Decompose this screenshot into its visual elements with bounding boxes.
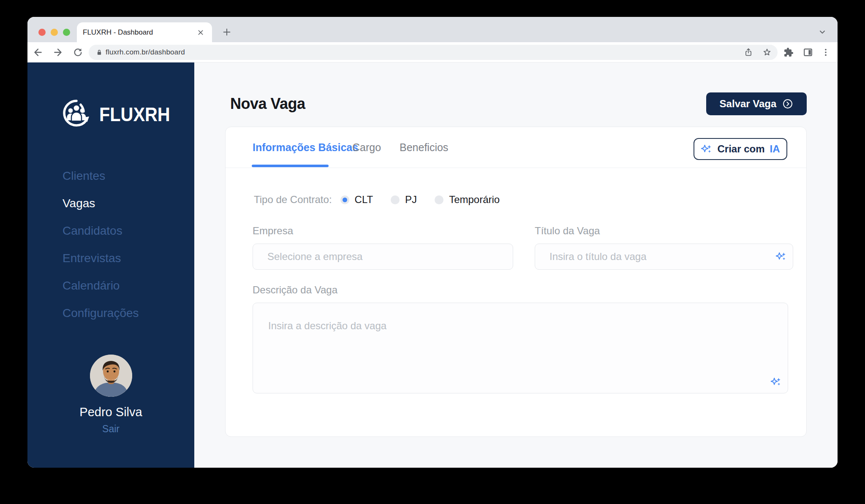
browser-tab[interactable]: FLUXRH - Dashboard bbox=[77, 22, 212, 42]
descricao-field-wrap bbox=[253, 303, 788, 393]
radio-clt-label: CLT bbox=[355, 194, 373, 206]
radio-temporario-label: Temporário bbox=[449, 194, 500, 206]
ai-button-text: Criar com bbox=[717, 143, 764, 155]
logo: FLUXRH bbox=[60, 97, 180, 131]
page-header: Nova Vaga Salvar Vaga bbox=[230, 92, 807, 115]
ai-button-highlight: IA bbox=[770, 143, 780, 155]
tab-title: FLUXRH - Dashboard bbox=[83, 28, 195, 37]
empresa-field-wrap bbox=[253, 244, 513, 270]
sidebar: FLUXRH Clientes Vagas Candidatos Entrevi… bbox=[27, 62, 194, 468]
titulo-sparkles-icon[interactable] bbox=[775, 251, 786, 262]
browser-window: FLUXRH - Dashboard bbox=[27, 17, 838, 468]
sidebar-item-entrevistas[interactable]: Entrevistas bbox=[63, 250, 139, 266]
tabstrip-chevron-down-icon[interactable] bbox=[816, 25, 829, 39]
sidebar-item-clientes[interactable]: Clientes bbox=[63, 168, 139, 184]
minimize-window-button[interactable] bbox=[51, 29, 58, 36]
radio-pj-circle[interactable] bbox=[391, 195, 400, 204]
reload-icon[interactable] bbox=[71, 45, 85, 60]
save-button-label: Salvar Vaga bbox=[720, 98, 777, 110]
form-card: Informações Básicas Cargo Beneficios bbox=[225, 127, 807, 437]
radio-temporario-circle[interactable] bbox=[435, 195, 443, 204]
tab-cargo[interactable]: Cargo bbox=[352, 127, 381, 168]
sidebar-item-candidatos[interactable]: Candidatos bbox=[63, 222, 139, 239]
radio-clt[interactable]: CLT bbox=[340, 194, 373, 206]
logout-link[interactable]: Sair bbox=[27, 423, 194, 435]
save-vaga-button[interactable]: Salvar Vaga bbox=[706, 92, 807, 115]
close-window-button[interactable] bbox=[38, 29, 46, 36]
browser-tab-strip: FLUXRH - Dashboard bbox=[27, 17, 838, 42]
descricao-textarea[interactable] bbox=[253, 303, 788, 393]
descricao-sparkles-icon[interactable] bbox=[770, 377, 781, 387]
sidebar-item-calendario[interactable]: Calendário bbox=[63, 277, 139, 294]
empresa-select[interactable] bbox=[253, 244, 513, 270]
desktop-background: FLUXRH - Dashboard bbox=[0, 0, 865, 504]
circled-chevron-right-icon bbox=[782, 98, 793, 109]
forward-icon[interactable] bbox=[51, 45, 65, 60]
sidebar-item-configuracoes[interactable]: Configurações bbox=[63, 305, 139, 321]
url-text: fluxrh.com.br/dashboard bbox=[106, 45, 185, 60]
main-content: Nova Vaga Salvar Vaga Informações bbox=[194, 62, 838, 468]
lock-icon bbox=[92, 45, 106, 60]
tab-close-icon[interactable] bbox=[195, 27, 206, 38]
form-tab-row: Informações Básicas Cargo Beneficios bbox=[226, 127, 806, 168]
avatar bbox=[90, 355, 132, 397]
descricao-label: Descrição da Vaga bbox=[253, 284, 337, 296]
app-content: FLUXRH Clientes Vagas Candidatos Entrevi… bbox=[27, 62, 838, 468]
share-icon[interactable] bbox=[741, 45, 756, 60]
radio-pj-label: PJ bbox=[405, 194, 417, 206]
maximize-window-button[interactable] bbox=[63, 29, 70, 36]
titulo-input[interactable] bbox=[535, 244, 793, 270]
back-icon[interactable] bbox=[31, 45, 45, 60]
contract-type-row: Tipo de Contrato: CLT PJ Temporário bbox=[254, 192, 517, 207]
page-title: Nova Vaga bbox=[230, 95, 305, 113]
sidebar-item-vagas[interactable]: Vagas bbox=[63, 195, 139, 211]
radio-clt-circle[interactable] bbox=[340, 195, 349, 204]
logo-text: FLUXRH bbox=[99, 103, 170, 126]
titulo-label: Título da Vaga bbox=[535, 225, 600, 237]
user-name: Pedro Silva bbox=[27, 405, 194, 419]
criar-com-ia-button[interactable]: Criar com IA bbox=[694, 138, 787, 160]
fluxrh-logo-icon bbox=[60, 97, 92, 131]
radio-pj[interactable]: PJ bbox=[391, 194, 417, 206]
browser-menu-dots-icon[interactable] bbox=[819, 45, 833, 60]
sidebar-nav: Clientes Vagas Candidatos Entrevistas Ca… bbox=[63, 168, 139, 321]
empresa-label: Empresa bbox=[253, 225, 293, 237]
side-panel-icon[interactable] bbox=[801, 45, 815, 60]
url-bar[interactable]: fluxrh.com.br/dashboard bbox=[89, 45, 778, 60]
browser-toolbar: fluxrh.com.br/dashboard bbox=[27, 42, 838, 62]
new-tab-button[interactable] bbox=[220, 25, 234, 39]
tab-beneficios[interactable]: Beneficios bbox=[400, 127, 448, 168]
window-controls bbox=[38, 29, 70, 36]
active-tab-underline bbox=[252, 165, 329, 167]
contract-type-label: Tipo de Contrato: bbox=[254, 194, 332, 206]
user-profile: Pedro Silva Sair bbox=[27, 355, 194, 435]
titulo-field-wrap bbox=[535, 244, 793, 270]
bookmark-star-icon[interactable] bbox=[760, 45, 774, 60]
extensions-puzzle-icon[interactable] bbox=[781, 45, 796, 60]
radio-temporario[interactable]: Temporário bbox=[435, 194, 500, 206]
tab-informacoes-basicas[interactable]: Informações Básicas bbox=[253, 127, 358, 168]
sparkles-icon bbox=[701, 144, 712, 155]
